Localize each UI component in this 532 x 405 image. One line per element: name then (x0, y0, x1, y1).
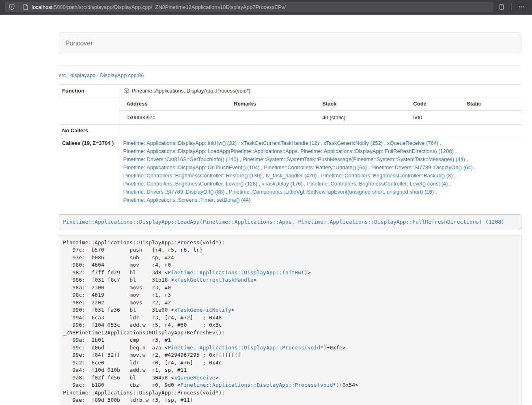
brand-link[interactable]: Puncover (59, 33, 99, 54)
column-header-stack: Stack (319, 97, 410, 111)
callee-link[interactable]: Pinetime::Controllers::BrightnessControl… (123, 181, 258, 187)
callee-separator: , (454, 148, 457, 154)
symbol-link[interactable]: Pinetime::Applications::DisplayApp::Proc… (181, 382, 339, 388)
callee-link[interactable]: Pinetime::Drivers::St7789::DisplayOn() (… (371, 164, 473, 170)
callee-link[interactable]: xTaskGenericNotify (252) (323, 140, 383, 146)
callee-separator: , (303, 181, 307, 187)
highlighted-symbol-panel: Pinetime::Applications::DisplayApp::Load… (59, 214, 521, 230)
url-text: localhost:5000/path/src/displayapp/Displ… (32, 4, 286, 10)
cube-icon (123, 88, 129, 94)
callee-separator: , (224, 189, 229, 195)
shield-icon[interactable] (9, 4, 15, 10)
function-name: Pinetime::Applications::DisplayApp::Proc… (132, 88, 251, 94)
callee-separator: , (465, 156, 468, 162)
metrics-header-row: Address Remarks Stack Code Static (119, 97, 522, 111)
reader-view-button[interactable] (496, 2, 507, 12)
symbol-link[interactable]: xTaskGetCurrentTaskHandle (174, 277, 254, 283)
callee-link[interactable]: Pinetime::System::SystemTask::PushMessag… (243, 156, 465, 162)
address-value: 0x0000097c (119, 111, 231, 124)
callee-separator: , (367, 164, 371, 170)
url-path: :5000/path/src/displayapp/DisplayApp.cpp… (52, 4, 286, 10)
symbol-link[interactable]: Pinetime::Applications::DisplayApp::Proc… (168, 345, 326, 351)
callees-row: Callees (19, Σ=3704 ) Pinetime::Applicat… (59, 137, 521, 207)
page-icon[interactable] (23, 4, 28, 10)
callee-link[interactable]: xTaskGetCurrentTaskHandle (12) (241, 140, 319, 146)
callee-link[interactable]: xQueueReceive (764) (387, 140, 438, 146)
callee-separator: , (317, 172, 321, 179)
url-bar[interactable]: localhost:5000/path/src/displayapp/Displ… (5, 2, 493, 12)
function-label: Function (59, 85, 119, 97)
reader-view-icon (498, 4, 505, 10)
menu-button[interactable] (516, 2, 527, 12)
column-header-address: Address (119, 97, 231, 111)
callee-link[interactable]: Pinetime::Applications::Screens::Timer::… (123, 197, 251, 203)
callee-link[interactable]: Pinetime::Controllers::BrightnessControl… (123, 172, 262, 179)
breadcrumb-separator: / (95, 72, 100, 78)
callee-separator: , (434, 189, 437, 195)
callee-separator: , (438, 140, 441, 146)
navbar: Puncover (59, 32, 521, 53)
callee-separator: , (473, 164, 476, 170)
divider (59, 65, 521, 66)
callee-separator: , (319, 140, 323, 146)
callee-separator: , (237, 140, 241, 146)
callee-link[interactable]: Pinetime::Drivers::St7789::DisplayOff() … (123, 189, 225, 195)
urlbar-divider (19, 4, 19, 10)
callee-link[interactable]: lv_task_handler (420) (266, 172, 317, 179)
breadcrumb-link[interactable]: src (59, 72, 66, 78)
code-value: 500 (410, 111, 463, 124)
callee-separator: , (453, 172, 456, 179)
toolbar-divider (511, 3, 512, 11)
callee-link[interactable]: vTaskDelay (176) (262, 181, 302, 187)
metrics-value-row: 0x0000097c 40 (static) 500 (119, 111, 522, 124)
metrics-table: Address Remarks Stack Code Static 0x0000… (119, 97, 522, 124)
breadcrumb-link[interactable]: DisplayApp.cpp (100, 72, 136, 78)
callee-link[interactable]: Pinetime::Controllers::BrightnessControl… (321, 172, 452, 179)
metrics-row: Address Remarks Stack Code Static 0x0000… (59, 97, 521, 125)
column-header-code: Code (410, 97, 463, 111)
callee-link[interactable]: Pinetime::Applications::DisplayApp::Load… (123, 148, 454, 154)
stack-value: 40 (static) (319, 111, 410, 124)
symbol-link[interactable]: xQueueReceive (174, 375, 215, 381)
callees-label: Callees (19, Σ=3704 ) (59, 137, 119, 207)
column-header-static: Static (463, 97, 521, 111)
callees-cell: Pinetime::Applications::DisplayApp::Init… (119, 137, 521, 207)
overflow-menu-icon (518, 4, 525, 10)
browser-toolbar: localhost:5000/path/src/displayapp/Displ… (0, 0, 532, 15)
callee-link[interactable]: Pinetime::Components::LittleVgl::SetNewT… (229, 189, 434, 195)
callee-separator: , (238, 156, 243, 162)
static-value (463, 111, 521, 124)
callee-separator: , (448, 181, 450, 187)
symbol-link[interactable]: xTaskGenericNotify (174, 307, 231, 313)
column-header-remarks: Remarks (230, 97, 319, 111)
breadcrumb-link[interactable]: displayapp (70, 72, 95, 78)
url-host: localhost (32, 4, 52, 10)
callee-link[interactable]: Pinetime::Applications::DisplayApp::OnTo… (123, 164, 260, 170)
callee-link[interactable]: Pinetime::Applications::DisplayApp::Init… (123, 140, 237, 146)
callee-separator: , (257, 181, 262, 187)
callee-link[interactable]: Pinetime::Controllers::BrightnessControl… (307, 181, 448, 187)
function-table: Function Pinetime::Applications::Display… (59, 84, 521, 206)
highlighted-symbol-link[interactable]: Pinetime::Applications::DisplayApp::Load… (63, 219, 504, 225)
breadcrumb: src / displayapp / DisplayApp.cpp:86 (59, 71, 521, 80)
callee-separator: , (262, 172, 266, 179)
callee-link[interactable]: Pinetime::Controllers::Battery::Update()… (264, 164, 367, 170)
callee-separator: , (383, 140, 387, 146)
breadcrumb-separator: / (66, 72, 70, 78)
callee-link[interactable]: Pinetime::Drivers::Cst816S::GetTouchInfo… (123, 156, 238, 162)
no-callers-row: No Callers (59, 125, 521, 137)
remarks-value (230, 111, 319, 124)
function-row: Function Pinetime::Applications::Display… (59, 85, 521, 97)
symbol-link[interactable]: Pinetime::Applications::DisplayApp::Init… (168, 269, 307, 276)
page-container: Puncover src / displayapp / DisplayApp.c… (59, 32, 521, 405)
no-callers-label: No Callers (59, 125, 119, 137)
disassembly-panel: Pinetime::Applications::DisplayApp::Proc… (59, 235, 521, 405)
callee-separator: , (260, 164, 264, 170)
line-number-suffix: :86 (137, 72, 144, 78)
